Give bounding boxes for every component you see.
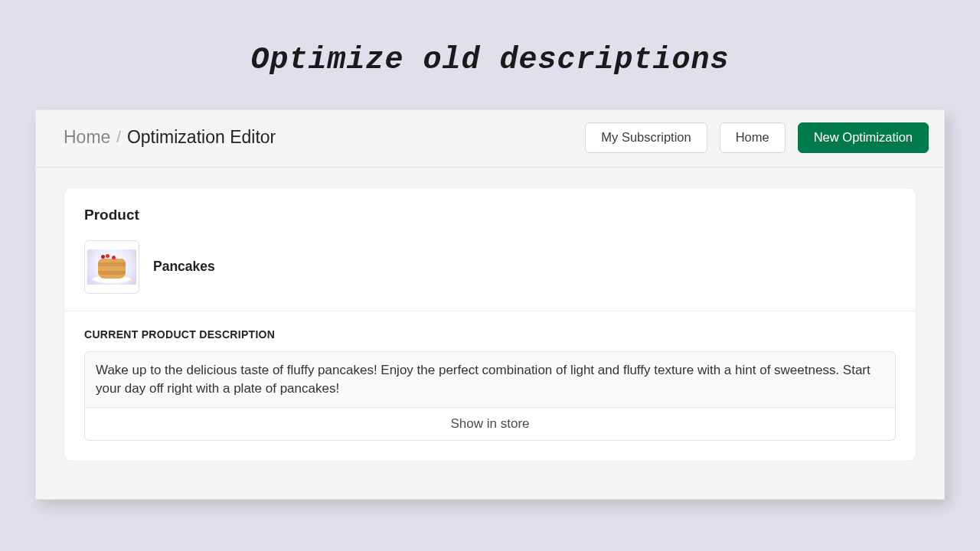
- product-section: Product Pancakes: [64, 188, 916, 311]
- description-section: CURRENT PRODUCT DESCRIPTION Wake up to t…: [64, 311, 916, 461]
- breadcrumb: Home / Optimization Editor: [64, 127, 276, 148]
- show-in-store-button[interactable]: Show in store: [84, 407, 896, 441]
- breadcrumb-home[interactable]: Home: [64, 127, 110, 148]
- product-name: Pancakes: [153, 259, 215, 275]
- home-button[interactable]: Home: [720, 122, 786, 153]
- header-buttons: My Subscription Home New Optimization: [585, 122, 929, 153]
- product-section-title: Product: [84, 207, 896, 223]
- app-window: Home / Optimization Editor My Subscripti…: [35, 109, 945, 500]
- new-optimization-button[interactable]: New Optimization: [798, 122, 929, 153]
- page-heading: Optimize old descriptions: [0, 0, 980, 109]
- pancakes-image: [87, 249, 136, 285]
- app-header: Home / Optimization Editor My Subscripti…: [36, 110, 944, 168]
- breadcrumb-separator: /: [116, 129, 121, 146]
- product-thumbnail: [84, 240, 139, 294]
- breadcrumb-current: Optimization Editor: [127, 127, 276, 148]
- product-row: Pancakes: [84, 240, 896, 294]
- content-card: Product Pancakes CURRENT PRODUCT DESCRIP…: [64, 187, 916, 461]
- description-section-label: CURRENT PRODUCT DESCRIPTION: [84, 328, 896, 341]
- my-subscription-button[interactable]: My Subscription: [585, 122, 707, 153]
- current-description-text: Wake up to the delicious taste of fluffy…: [84, 351, 896, 408]
